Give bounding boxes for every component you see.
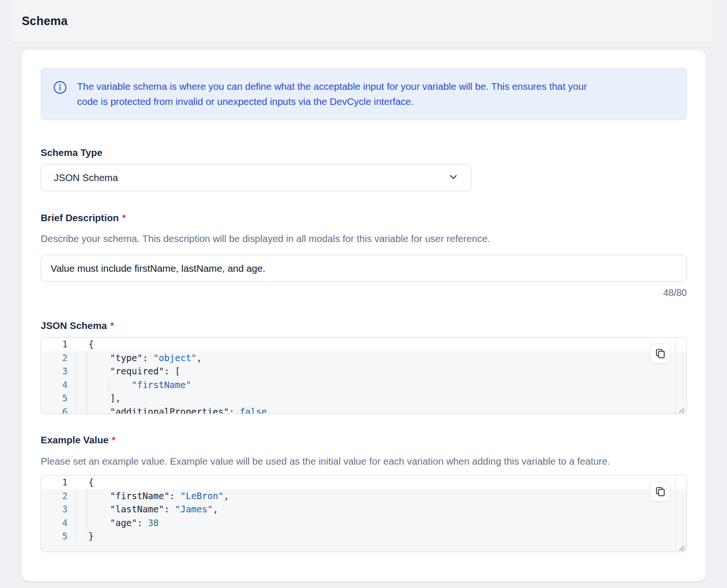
code-text: "additionalProperties": false xyxy=(77,405,686,415)
indent-guide-line xyxy=(87,391,87,405)
code-line: 4 "age": 38 xyxy=(41,516,686,530)
resize-handle[interactable] xyxy=(678,543,685,550)
editor-scrollbar[interactable] xyxy=(675,337,676,414)
required-asterisk: * xyxy=(112,434,116,446)
info-banner-line: code is protected from invalid or unexpe… xyxy=(77,94,587,109)
schema-type-selected-value: JSON Schema xyxy=(54,172,118,183)
code-text: { xyxy=(77,337,686,351)
required-asterisk: * xyxy=(122,212,126,224)
line-number: 5 xyxy=(41,391,77,405)
code-line: 1{ xyxy=(41,476,686,489)
indent-guide-line xyxy=(87,378,87,392)
code-text: ], xyxy=(77,391,686,405)
brief-description-help-text: Describe your schema. This description w… xyxy=(41,233,687,244)
line-number: 3 xyxy=(41,364,77,378)
line-number: 4 xyxy=(41,516,77,530)
line-number: 2 xyxy=(41,351,77,365)
code-text: "type": "object", xyxy=(77,351,686,365)
code-text: } xyxy=(77,529,686,543)
line-number: 5 xyxy=(41,529,77,543)
line-number: 1 xyxy=(41,337,77,351)
info-banner-text: The variable schema is where you can def… xyxy=(77,79,587,109)
code-text: "lastName": "James", xyxy=(77,502,686,516)
schema-type-select[interactable]: JSON Schema xyxy=(41,164,471,191)
example-value-label: Example Value * xyxy=(41,434,687,446)
brief-description-label: Brief Description * xyxy=(41,212,687,224)
code-text: "firstName": "LeBron", xyxy=(77,489,686,503)
line-number: 1 xyxy=(41,476,77,489)
copy-icon xyxy=(655,486,666,497)
page-header: Schema xyxy=(11,0,712,42)
line-number: 2 xyxy=(41,489,77,503)
code-line: 5 ], xyxy=(41,391,686,405)
schema-type-label: Schema Type xyxy=(41,147,687,158)
editor-scrollbar[interactable] xyxy=(675,476,676,552)
line-number: 4 xyxy=(41,378,77,392)
brief-description-input[interactable] xyxy=(41,255,687,282)
editor-lines: 1{2 "firstName": "LeBron",3 "lastName": … xyxy=(41,476,686,543)
indent-guide-line xyxy=(87,405,87,415)
copy-button[interactable] xyxy=(650,343,670,363)
chevron-down-icon xyxy=(448,171,459,184)
copy-icon xyxy=(655,348,666,359)
required-asterisk: * xyxy=(110,320,114,331)
code-line: 3 "lastName": "James", xyxy=(41,502,686,516)
code-text: "required": [ xyxy=(77,364,686,378)
code-line: 2 "firstName": "LeBron", xyxy=(41,489,686,503)
code-line: 1{ xyxy=(41,337,686,351)
code-text: "firstName" xyxy=(77,378,686,392)
json-schema-editor[interactable]: 1{2 "type": "object",3 "required": [4 "f… xyxy=(41,337,687,414)
example-value-editor[interactable]: 1{2 "firstName": "LeBron",3 "lastName": … xyxy=(41,475,687,552)
code-line: 2 "type": "object", xyxy=(41,351,686,365)
indent-guide-line xyxy=(87,502,87,516)
code-text: { xyxy=(77,476,686,489)
code-line: 3 "required": [ xyxy=(41,364,686,378)
line-number: 6 xyxy=(41,405,77,415)
line-number: 3 xyxy=(41,502,77,516)
info-banner-line: The variable schema is where you can def… xyxy=(77,79,587,94)
indent-guide-line xyxy=(87,364,87,378)
example-value-help-text: Please set an example value. Example val… xyxy=(41,456,687,467)
info-icon xyxy=(53,81,67,96)
page-title: Schema xyxy=(22,14,68,28)
code-text: "age": 38 xyxy=(77,516,686,530)
code-line: 6 "additionalProperties": false xyxy=(41,405,686,415)
copy-button[interactable] xyxy=(650,481,670,502)
code-line: 5} xyxy=(41,529,686,543)
resize-handle[interactable] xyxy=(678,405,685,412)
code-line: 4 "firstName" xyxy=(41,378,686,392)
editor-lines: 1{2 "type": "object",3 "required": [4 "f… xyxy=(41,337,686,414)
char-count: 48/80 xyxy=(41,287,687,298)
schema-card: The variable schema is where you can def… xyxy=(21,50,706,581)
indent-guide-line xyxy=(87,489,87,503)
indent-guide-line xyxy=(108,378,109,392)
indent-guide-line xyxy=(87,351,87,365)
json-schema-label: JSON Schema * xyxy=(41,320,687,331)
indent-guide-line xyxy=(87,516,87,530)
info-banner: The variable schema is where you can def… xyxy=(41,68,687,120)
